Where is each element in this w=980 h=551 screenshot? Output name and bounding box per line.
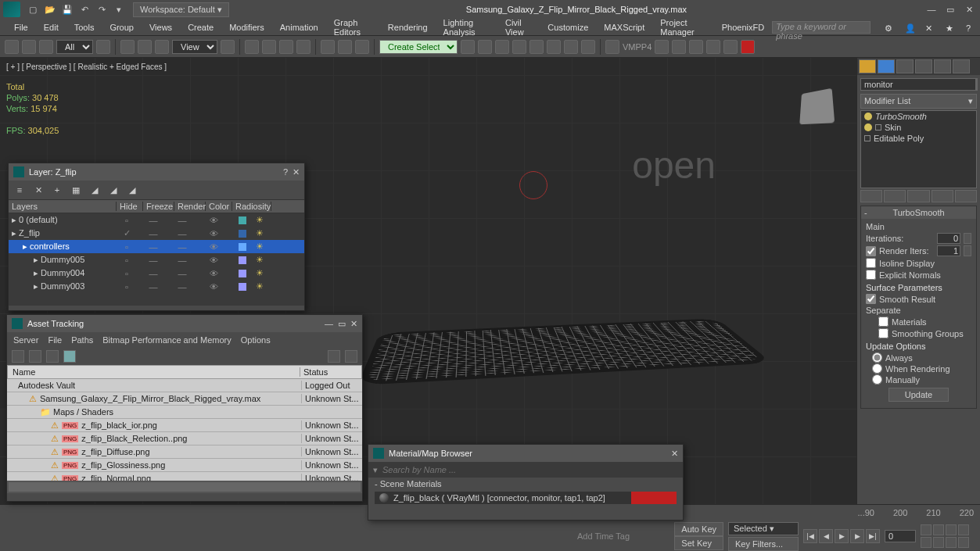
exchange-icon[interactable]: ✕ <box>917 22 933 33</box>
plugin3-icon[interactable] <box>689 40 703 54</box>
asset-row[interactable]: ⚠PNGz_flip_Glossiness.pngUnknown St... <box>7 459 362 472</box>
modify-tab[interactable] <box>878 59 895 73</box>
scale-icon[interactable] <box>155 40 169 54</box>
delete-layer-icon[interactable]: ✕ <box>32 184 45 196</box>
favorites-icon[interactable]: ★ <box>938 22 953 33</box>
material-item[interactable]: Z_flip_black ( VRayMtl ) [connector, mon… <box>375 492 677 504</box>
renderiters-checkbox[interactable] <box>866 246 876 256</box>
menu-group[interactable]: Group <box>102 21 142 34</box>
object-color-swatch[interactable] <box>976 78 978 91</box>
named-selection-set[interactable]: Create Selection Se <box>379 40 458 54</box>
menu-civilview[interactable]: Civil View <box>497 16 540 38</box>
asset-row[interactable]: ⚠PNGz_flip_Black_Relection..pngUnknown S… <box>7 432 362 445</box>
spinner-icon[interactable] <box>964 233 971 244</box>
add-to-layer-icon[interactable]: + <box>51 184 63 196</box>
options-icon[interactable]: ▾ <box>373 465 378 475</box>
menu-bitmap[interactable]: Bitmap Performance and Memory <box>102 335 231 345</box>
stack-skin[interactable]: Skin <box>885 123 901 132</box>
angle-snap-icon[interactable] <box>262 40 276 54</box>
menu-views[interactable]: Views <box>142 21 180 34</box>
layer-icon[interactable] <box>461 40 475 54</box>
menu-create[interactable]: Create <box>180 21 221 34</box>
render-frame-icon[interactable] <box>547 40 561 54</box>
viewport-label[interactable]: [ + ] [ Perspective ] [ Realistic + Edge… <box>6 63 167 71</box>
pin-stack-icon[interactable] <box>860 190 882 202</box>
explicit-checkbox[interactable] <box>866 270 876 280</box>
layer-row[interactable]: ▸ Z_flip✓——👁☀ <box>9 227 304 240</box>
menu-animation[interactable]: Animation <box>272 21 326 34</box>
highlight-icon[interactable]: ◢ <box>88 184 101 196</box>
redo-tool-icon[interactable] <box>22 40 36 54</box>
viewcube[interactable] <box>799 88 835 124</box>
asset-list[interactable]: Autodesk VaultLogged Out⚠Samsung_Galaxy_… <box>7 379 362 481</box>
iterations-input[interactable] <box>937 233 960 244</box>
spinner-snap-icon[interactable] <box>296 40 311 54</box>
mirror-icon[interactable] <box>338 40 352 54</box>
plugin4-icon[interactable] <box>706 40 720 54</box>
select-layer-icon[interactable]: ▦ <box>70 184 82 196</box>
smooth-checkbox[interactable] <box>866 294 876 304</box>
pan-icon[interactable] <box>921 524 932 535</box>
rotate-icon[interactable] <box>138 40 152 54</box>
close-button[interactable]: ✕ <box>350 319 357 329</box>
refcoord-select[interactable]: View <box>172 40 217 54</box>
asset-row[interactable]: 📁 Maps / Shaders <box>7 406 362 419</box>
layer-row[interactable]: ▸ Dummy004▫——👁☀ <box>9 267 304 280</box>
bulb-icon[interactable] <box>864 123 872 131</box>
spinner-icon[interactable] <box>964 245 971 256</box>
menu-lighting[interactable]: Lighting Analysis <box>436 16 497 38</box>
curve-editor-icon[interactable] <box>478 40 492 54</box>
goto-start-icon[interactable]: |◀ <box>803 529 817 543</box>
always-radio[interactable] <box>872 352 882 363</box>
plugin2-icon[interactable] <box>672 40 686 54</box>
remove-mod-icon[interactable] <box>932 190 953 202</box>
maximize-button[interactable]: ▭ <box>338 319 346 329</box>
play-icon[interactable]: ▶ <box>835 529 849 543</box>
new-layer-icon[interactable]: ≡ <box>13 184 26 196</box>
plugin6-icon[interactable] <box>741 40 755 54</box>
configure-sets-icon[interactable] <box>955 190 977 202</box>
render-icon[interactable] <box>564 40 578 54</box>
selection-lock-icon[interactable] <box>321 40 335 54</box>
redo-icon[interactable]: ↷ <box>95 3 108 16</box>
minimize-button[interactable]: — <box>325 319 333 329</box>
bulb-icon[interactable] <box>864 113 872 120</box>
zoom-extents-icon[interactable] <box>946 524 957 535</box>
asset-row[interactable]: ⚠PNGz_flip_Diffuse.pngUnknown St... <box>7 445 362 459</box>
fov-icon[interactable] <box>958 524 969 535</box>
scrollbar[interactable] <box>9 482 361 492</box>
tree-view-icon[interactable] <box>12 350 24 363</box>
help-button[interactable]: ? <box>283 167 288 177</box>
percent-snap-icon[interactable] <box>279 40 293 54</box>
menu-file[interactable]: File <box>6 21 36 34</box>
menu-grapheditors[interactable]: Graph Editors <box>326 16 380 38</box>
add-time-tag[interactable]: Add Time Tag <box>577 531 630 541</box>
snap-icon[interactable] <box>245 40 259 54</box>
help-search-input[interactable]: Type a keyword or phrase <box>772 21 871 34</box>
save-icon[interactable]: 💾 <box>61 3 74 16</box>
walk-icon[interactable] <box>958 537 969 548</box>
grid-view-icon[interactable] <box>63 350 76 363</box>
undo-icon[interactable]: ↶ <box>78 3 91 16</box>
asset-window-header[interactable]: Asset Tracking —▭✕ <box>7 315 362 332</box>
layer-row[interactable]: ▸ Dummy005▫——👁☀ <box>9 253 304 267</box>
keyfilters-button[interactable]: Key Filters... <box>728 537 799 551</box>
render-prod-icon[interactable] <box>581 40 595 54</box>
isoline-checkbox[interactable] <box>866 258 876 268</box>
asset-row[interactable]: ⚠Samsung_Galaxy_Z_Flip_Mirror_Black_Rigg… <box>7 392 362 406</box>
asset-row[interactable]: ⚠PNGz_flip_Normal.pngUnknown St... <box>7 472 362 481</box>
schematic-icon[interactable] <box>495 40 509 54</box>
link-icon[interactable] <box>39 40 53 54</box>
object-name-input[interactable] <box>860 78 976 91</box>
next-frame-icon[interactable]: ▶ <box>850 529 864 543</box>
menu-customize[interactable]: Customize <box>540 21 596 34</box>
close-button[interactable]: ✕ <box>293 167 300 177</box>
settings-icon[interactable] <box>345 350 357 363</box>
update-button[interactable]: Update <box>888 388 949 402</box>
stack-turbosmooth[interactable]: TurboSmooth <box>875 112 927 121</box>
render-setup-icon[interactable] <box>529 40 544 54</box>
vray-icon[interactable] <box>605 40 619 54</box>
layer-row[interactable]: ▸ Dummy003▫——👁☀ <box>9 280 304 293</box>
autokey-button[interactable]: Auto Key <box>674 522 723 536</box>
stack-epoly[interactable]: Editable Poly <box>874 134 924 143</box>
